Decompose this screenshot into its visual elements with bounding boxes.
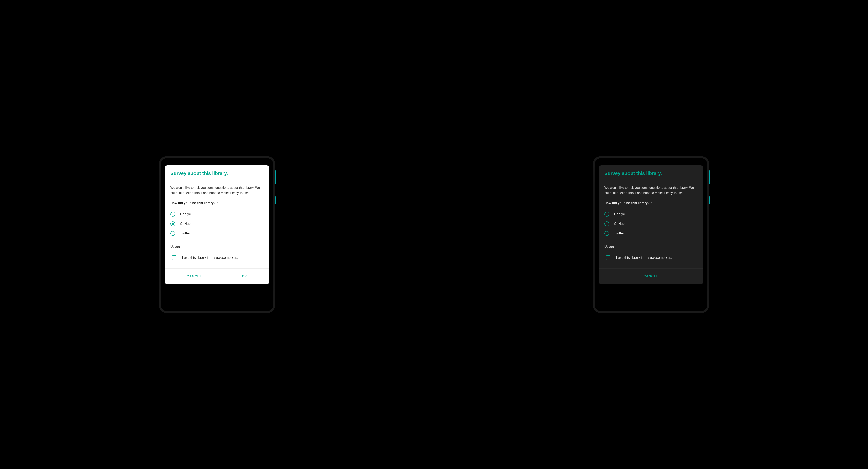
phone-frame: Survey about this library. We would like… [159, 156, 275, 313]
radio-label: Twitter [614, 231, 624, 236]
checkbox-label: I use this library in my awesome app. [182, 256, 238, 260]
question-label: How did you find this library? * [604, 201, 698, 205]
radio-group-source: Google GitHub Twitter [604, 209, 698, 238]
checkbox-usage[interactable]: I use this library in my awesome app. [604, 253, 698, 262]
radio-icon [604, 221, 609, 226]
phone-side-button-2 [709, 196, 710, 205]
radio-label: Google [180, 212, 191, 216]
radio-icon [170, 212, 175, 217]
section-label-usage: Usage [604, 245, 698, 249]
checkbox-icon [606, 255, 611, 260]
radio-group-source: Google GitHub Twitter [170, 209, 264, 238]
checkbox-icon [172, 255, 177, 260]
dialog-body: We would like to ask you some questions … [165, 181, 269, 269]
radio-label: GitHub [614, 222, 625, 226]
section-label-usage: Usage [170, 245, 264, 249]
survey-dialog: Survey about this library. We would like… [599, 165, 703, 284]
cancel-button[interactable]: CANCEL [637, 273, 665, 280]
dialog-header: Survey about this library. [165, 165, 269, 181]
ok-button[interactable]: OK [236, 273, 253, 280]
checkbox-usage[interactable]: I use this library in my awesome app. [170, 253, 264, 262]
cancel-button[interactable]: CANCEL [181, 273, 208, 280]
phone-frame: Survey about this library. We would like… [593, 156, 709, 313]
radio-option-github[interactable]: GitHub [170, 219, 264, 228]
radio-icon [604, 231, 609, 236]
dialog-actions: CANCEL [599, 268, 703, 284]
light-phone-mockup: Survey about this library. We would like… [0, 156, 434, 313]
phone-side-button-1 [275, 170, 276, 184]
checkbox-label: I use this library in my awesome app. [616, 256, 672, 260]
dialog-intro: We would like to ask you some questions … [604, 185, 698, 196]
phone-side-button-1 [709, 170, 710, 184]
radio-icon [170, 221, 175, 226]
phone-side-button-2 [275, 196, 276, 205]
radio-label: Twitter [180, 231, 190, 236]
radio-option-google[interactable]: Google [604, 209, 698, 219]
radio-option-twitter[interactable]: Twitter [604, 228, 698, 238]
dialog-intro: We would like to ask you some questions … [170, 185, 264, 196]
survey-dialog: Survey about this library. We would like… [165, 165, 269, 284]
radio-label: Google [614, 212, 625, 216]
question-label: How did you find this library? * [170, 201, 264, 205]
radio-option-github[interactable]: GitHub [604, 219, 698, 228]
radio-label: GitHub [180, 222, 191, 226]
dialog-title: Survey about this library. [604, 170, 698, 176]
radio-icon [170, 231, 175, 236]
dialog-actions: CANCEL OK [165, 268, 269, 284]
dialog-body: We would like to ask you some questions … [599, 181, 703, 269]
dark-phone-mockup: Survey about this library. We would like… [434, 156, 868, 313]
radio-option-twitter[interactable]: Twitter [170, 228, 264, 238]
radio-icon [604, 212, 609, 217]
dialog-header: Survey about this library. [599, 165, 703, 181]
radio-option-google[interactable]: Google [170, 209, 264, 219]
dialog-title: Survey about this library. [170, 170, 264, 176]
